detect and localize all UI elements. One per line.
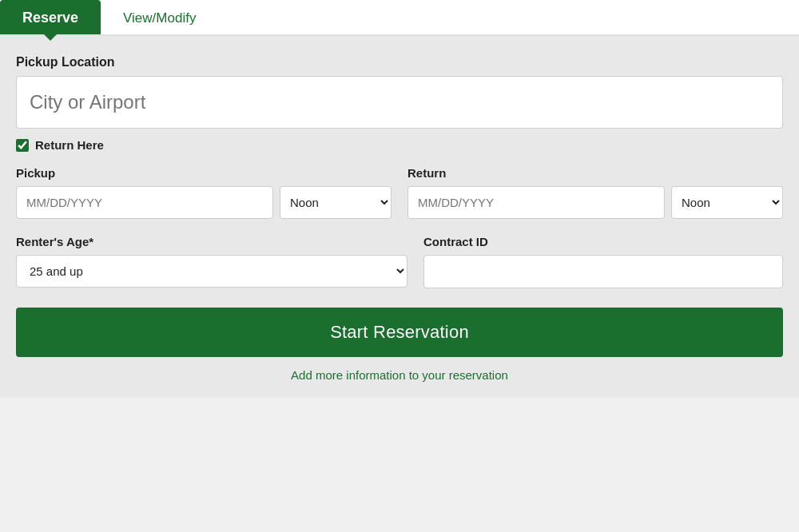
- return-date-input[interactable]: [407, 186, 665, 219]
- form-area: Pickup Location Return Here Pickup Noon …: [0, 36, 799, 398]
- pickup-date-input[interactable]: [16, 186, 273, 219]
- pickup-location-input[interactable]: [16, 76, 783, 129]
- return-inputs: Noon Midnight 12:30 AM 1:00 AM 12:30 PM …: [407, 186, 783, 219]
- start-reservation-label: Start Reservation: [330, 322, 469, 342]
- age-group: Renter's Age* 25 and up 18 19 20 21 22 2…: [16, 235, 407, 288]
- pickup-inputs: Noon Midnight 12:30 AM 1:00 AM 12:30 PM …: [16, 186, 392, 219]
- pickup-group: Pickup Noon Midnight 12:30 AM 1:00 AM 12…: [16, 166, 392, 219]
- renters-age-select[interactable]: 25 and up 18 19 20 21 22 23 24: [16, 255, 407, 288]
- return-time-select[interactable]: Noon Midnight 12:30 AM 1:00 AM 12:30 PM …: [671, 186, 783, 219]
- tab-reserve-label: Reserve: [22, 10, 78, 26]
- date-time-row: Pickup Noon Midnight 12:30 AM 1:00 AM 12…: [16, 166, 783, 219]
- tab-view-modify-label: View/Modify: [123, 10, 196, 26]
- start-reservation-button[interactable]: Start Reservation: [16, 308, 783, 357]
- pickup-location-label: Pickup Location: [16, 55, 783, 69]
- tab-view-modify[interactable]: View/Modify: [101, 1, 218, 34]
- tab-reserve[interactable]: Reserve: [0, 0, 101, 34]
- pickup-group-label: Pickup: [16, 166, 392, 180]
- add-more-info-link[interactable]: Add more information to your reservation: [16, 368, 783, 382]
- add-more-info-label: Add more information to your reservation: [291, 368, 508, 382]
- return-here-label[interactable]: Return Here: [35, 138, 104, 152]
- pickup-time-select[interactable]: Noon Midnight 12:30 AM 1:00 AM 12:30 PM …: [280, 186, 392, 219]
- return-here-checkbox[interactable]: [16, 139, 29, 152]
- contract-id-label: Contract ID: [423, 235, 783, 248]
- return-group: Return Noon Midnight 12:30 AM 1:00 AM 12…: [407, 166, 783, 219]
- return-group-label: Return: [407, 166, 783, 180]
- return-here-row: Return Here: [16, 138, 783, 152]
- contract-id-input[interactable]: [423, 255, 783, 288]
- bottom-row: Renter's Age* 25 and up 18 19 20 21 22 2…: [16, 235, 783, 288]
- contract-id-group: Contract ID: [423, 235, 783, 288]
- tab-bar: Reserve View/Modify: [0, 0, 799, 36]
- renters-age-label: Renter's Age*: [16, 235, 407, 248]
